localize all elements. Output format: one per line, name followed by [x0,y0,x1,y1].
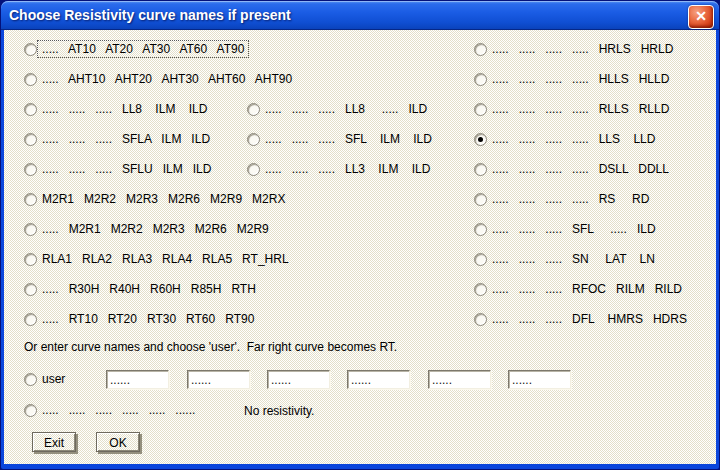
radio-row-middle-4[interactable]: ..... ..... ..... LL3 ILM ILD [247,161,430,177]
radio-row-left-0[interactable]: ..... AT10 AT20 AT30 AT60 AT90 [24,41,249,57]
radio-row-right-8[interactable]: ..... ..... ..... RFOC RILM RILD [474,281,682,297]
radio-button[interactable] [474,253,487,266]
radio-row-user[interactable]: user [24,371,65,387]
radio-row-right-4[interactable]: ..... ..... ..... ..... DSLL DDLL [474,161,669,177]
radio-label: ..... ..... ..... LL3 ILM ILD [265,162,430,176]
radio-button[interactable] [474,43,487,56]
close-icon[interactable]: ✕ [688,5,714,29]
radio-label: ..... M2R1 M2R2 M2R3 M2R6 M2R9 [42,222,269,236]
radio-label: ..... RT10 RT20 RT30 RT60 RT90 [42,312,254,326]
radio-row-right-9[interactable]: ..... ..... ..... DFL HMRS HDRS [474,311,687,327]
window-frame: Choose Resistivity curve names if presen… [1,1,719,469]
radio-button[interactable] [24,283,37,296]
dialog-window: { "window": { "title": "Choose Resistivi… [0,0,720,470]
radio-row-left-8[interactable]: ..... R30H R40H R60H R85H RTH [24,281,256,297]
user-curve-input-5[interactable] [428,370,491,389]
radio-button[interactable] [24,253,37,266]
radio-row-no-resistivity[interactable]: ..... ..... ..... ..... ..... ...... [24,402,195,418]
radio-button[interactable] [24,223,37,236]
ok-button[interactable]: OK [96,432,140,452]
radio-button[interactable] [247,133,260,146]
radio-label: ..... ..... ..... SN LAT LN [492,252,655,266]
exit-button[interactable]: Exit [32,432,76,452]
radio-label: ..... ..... ..... RFOC RILM RILD [492,282,682,296]
radio-button[interactable] [24,163,37,176]
radio-row-right-1[interactable]: ..... ..... ..... ..... HLLS HLLD [474,71,669,87]
radio-button[interactable] [24,193,37,206]
radio-row-left-7[interactable]: RLA1 RLA2 RLA3 RLA4 RLA5 RT_HRL [24,251,289,267]
radio-button[interactable] [474,223,487,236]
radio-button[interactable] [474,193,487,206]
user-curve-input-1[interactable] [106,370,169,389]
user-curve-input-2[interactable] [187,370,250,389]
radio-button[interactable] [474,313,487,326]
radio-row-left-1[interactable]: ..... AHT10 AHT20 AHT30 AHT60 AHT90 [24,71,292,87]
radio-label: ..... ..... ..... SFL ..... ILD [492,222,656,236]
no-resistivity-dots-label: ..... ..... ..... ..... ..... ...... [42,403,195,417]
radio-button[interactable] [24,103,37,116]
radio-row-middle-2[interactable]: ..... ..... ..... LL8 ..... ILD [247,101,427,117]
radio-button[interactable] [24,43,37,56]
radio-button[interactable] [247,103,260,116]
radio-row-left-9[interactable]: ..... RT10 RT20 RT30 RT60 RT90 [24,311,254,327]
radio-row-left-2[interactable]: ..... ..... ..... LL8 ILM ILD [24,101,207,117]
no-resistivity-text: No resistivity. [244,404,314,418]
radio-label: ..... ..... ..... ..... LLS LLD [492,132,655,146]
radio-button[interactable] [247,163,260,176]
radio-label: ..... ..... ..... ..... HRLS HRLD [492,42,673,56]
radio-button[interactable] [24,73,37,86]
radio-label: ..... ..... ..... SFL ILM ILD [265,132,432,146]
radio-button[interactable] [24,133,37,146]
radio-label: ..... ..... ..... DFL HMRS HDRS [492,312,687,326]
radio-label: ..... AHT10 AHT20 AHT30 AHT60 AHT90 [42,72,292,86]
radio-button-no-resistivity[interactable] [24,404,37,417]
radio-button[interactable] [24,313,37,326]
radio-label: ..... ..... ..... LL8 ILM ILD [42,102,207,116]
radio-row-left-3[interactable]: ..... ..... ..... SFLA ILM ILD [24,131,210,147]
window-title: Choose Resistivity curve names if presen… [1,1,719,30]
radio-row-left-4[interactable]: ..... ..... ..... SFLU ILM ILD [24,161,211,177]
radio-row-right-7[interactable]: ..... ..... ..... SN LAT LN [474,251,655,267]
radio-button[interactable] [474,73,487,86]
radio-button-user[interactable] [24,373,37,386]
radio-label: ..... AT10 AT20 AT30 AT60 AT90 [37,40,249,58]
radio-label: ..... ..... ..... SFLA ILM ILD [42,132,210,146]
user-curve-input-3[interactable] [267,370,330,389]
radio-row-right-6[interactable]: ..... ..... ..... SFL ..... ILD [474,221,656,237]
radio-label: ..... ..... ..... ..... HLLS HLLD [492,72,669,86]
radio-row-right-3[interactable]: ..... ..... ..... ..... LLS LLD [474,131,655,147]
radio-label: ..... ..... ..... ..... RLLS RLLD [492,102,669,116]
user-curve-input-4[interactable] [347,370,410,389]
radio-row-middle-3[interactable]: ..... ..... ..... SFL ILM ILD [247,131,432,147]
radio-button[interactable] [474,163,487,176]
user-instruction-text: Or enter curve names and choose 'user'. … [24,340,397,354]
radio-label: ..... ..... ..... ..... RS RD [492,192,649,206]
dialog-body: ..... AT10 AT20 AT30 AT60 AT90..... AHT1… [4,30,716,464]
radio-button[interactable] [474,103,487,116]
title-bar: Choose Resistivity curve names if presen… [1,1,719,30]
radio-row-left-5[interactable]: M2R1 M2R2 M2R3 M2R6 M2R9 M2RX [24,191,285,207]
radio-row-right-2[interactable]: ..... ..... ..... ..... RLLS RLLD [474,101,669,117]
radio-row-left-6[interactable]: ..... M2R1 M2R2 M2R3 M2R6 M2R9 [24,221,269,237]
radio-label: ..... ..... ..... SFLU ILM ILD [42,162,211,176]
radio-label: ..... ..... ..... ..... DSLL DDLL [492,162,669,176]
user-radio-label: user [42,372,65,386]
radio-button[interactable] [474,133,487,146]
radio-label: M2R1 M2R2 M2R3 M2R6 M2R9 M2RX [42,192,285,206]
radio-label: ..... ..... ..... LL8 ..... ILD [265,102,427,116]
radio-label: ..... R30H R40H R60H R85H RTH [42,282,256,296]
radio-label: RLA1 RLA2 RLA3 RLA4 RLA5 RT_HRL [42,252,289,266]
radio-button[interactable] [474,283,487,296]
radio-row-right-0[interactable]: ..... ..... ..... ..... HRLS HRLD [474,41,673,57]
user-curve-input-6[interactable] [508,370,571,389]
radio-row-right-5[interactable]: ..... ..... ..... ..... RS RD [474,191,649,207]
